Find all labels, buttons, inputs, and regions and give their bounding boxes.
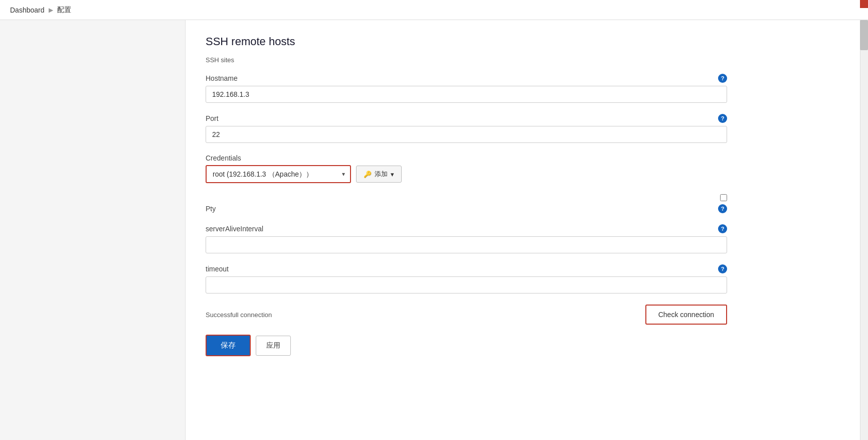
credentials-select-wrapper: root (192.168.1.3 （Apache）） ▾ [206, 165, 351, 183]
add-button-label: 添加 [375, 170, 388, 179]
timeout-label: timeout [206, 265, 229, 273]
pty-header: Pty ? [206, 204, 727, 213]
pty-label: Pty [206, 205, 216, 213]
timeout-help-icon[interactable]: ? [718, 264, 727, 273]
timeout-group: timeout ? [206, 264, 727, 294]
content-area: SSH remote hosts SSH sites Hostname ? Po… [186, 20, 868, 440]
breadcrumb-home[interactable]: Dashboard [10, 6, 45, 14]
server-alive-label: serverAliveInterval [206, 225, 263, 233]
credentials-group: Credentials root (192.168.1.3 （Apache）） … [206, 154, 727, 183]
timeout-input[interactable] [206, 276, 727, 294]
section-title: SSH remote hosts [206, 35, 727, 48]
pty-group: Pty ? [206, 194, 727, 213]
key-icon: 🔑 [364, 171, 372, 178]
credentials-select[interactable]: root (192.168.1.3 （Apache）） [207, 166, 337, 182]
port-label: Port [206, 114, 219, 122]
content-inner: SSH remote hosts SSH sites Hostname ? Po… [206, 35, 737, 356]
credentials-label: Credentials [206, 154, 241, 162]
sidebar [0, 20, 186, 440]
subsection-label: SSH sites [206, 56, 727, 64]
hostname-help-icon[interactable]: ? [718, 74, 727, 83]
port-help-icon[interactable]: ? [718, 114, 727, 123]
scrollbar-track[interactable] [860, 20, 868, 440]
top-indicator [860, 0, 868, 8]
check-connection-button[interactable]: Check connection [645, 305, 727, 325]
add-dropdown-arrow: ▾ [391, 171, 394, 178]
select-arrow-icon: ▾ [337, 171, 350, 178]
server-alive-input[interactable] [206, 236, 727, 253]
hostname-input[interactable] [206, 86, 727, 103]
hostname-label: Hostname [206, 74, 238, 82]
add-credential-button[interactable]: 🔑 添加 ▾ [356, 166, 402, 183]
main-layout: SSH remote hosts SSH sites Hostname ? Po… [0, 20, 868, 440]
breadcrumb-bar: Dashboard ▶ 配置 [0, 0, 868, 20]
port-group: Port ? [206, 114, 727, 143]
timeout-header: timeout ? [206, 264, 727, 273]
hostname-header: Hostname ? [206, 74, 727, 83]
credentials-header: Credentials [206, 154, 727, 162]
credentials-row: root (192.168.1.3 （Apache）） ▾ 🔑 添加 ▾ [206, 165, 727, 183]
breadcrumb-separator: ▶ [49, 7, 53, 14]
success-status: Successfull connection [206, 311, 272, 319]
port-header: Port ? [206, 114, 727, 123]
port-input[interactable] [206, 126, 727, 143]
hostname-group: Hostname ? [206, 74, 727, 103]
pty-help-icon[interactable]: ? [718, 204, 727, 213]
breadcrumb-current: 配置 [57, 6, 71, 15]
status-action-row: Successfull connection Check connection [206, 305, 727, 325]
server-alive-help-icon[interactable]: ? [718, 224, 727, 233]
server-alive-header: serverAliveInterval ? [206, 224, 727, 233]
pty-checkbox[interactable] [720, 194, 727, 201]
bottom-buttons: 保存 应用 [206, 335, 727, 356]
scrollbar-thumb[interactable] [860, 20, 868, 50]
apply-button[interactable]: 应用 [256, 336, 291, 356]
server-alive-group: serverAliveInterval ? [206, 224, 727, 253]
save-button[interactable]: 保存 [206, 335, 251, 356]
